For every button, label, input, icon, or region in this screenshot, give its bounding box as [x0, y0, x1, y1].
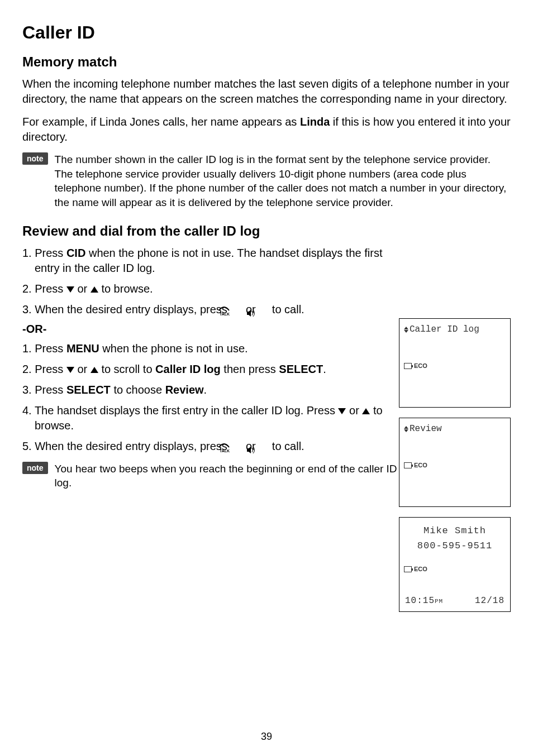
bold-select-2: SELECT	[66, 384, 111, 396]
lcd-ampm: PM	[435, 598, 443, 605]
up-arrow-icon	[91, 367, 98, 373]
alt-step-3: 3. Press SELECT to choose Review.	[22, 382, 402, 398]
page-number: 39	[0, 731, 533, 743]
svg-text:TALK: TALK	[220, 312, 230, 316]
alt-step-5: 5. When the desired entry displays, pres…	[22, 439, 402, 454]
lcd-time: 10:15PM	[405, 596, 443, 606]
text: then press	[221, 363, 279, 375]
bold-cid: CID	[66, 247, 85, 259]
note-block-1: note The number shown in the caller ID l…	[22, 152, 511, 210]
note-badge: note	[22, 462, 48, 474]
bold-select: SELECT	[279, 363, 323, 375]
text: to scroll to	[98, 363, 155, 375]
text: when the phone is not in use.	[99, 342, 248, 355]
speaker-icon	[259, 306, 269, 314]
battery-icon	[404, 363, 412, 369]
eco-label: ECO	[414, 362, 427, 369]
up-arrow-icon	[362, 408, 370, 414]
section-heading-review: Review and dial from the caller ID log	[22, 223, 511, 239]
lcd-date: 12/18	[475, 596, 505, 606]
text: to browse.	[98, 283, 153, 295]
section-heading-memory-match: Memory match	[22, 54, 511, 70]
text: or	[346, 404, 362, 417]
lcd-screen-1: Caller ID log ECO	[399, 318, 511, 408]
down-arrow-icon	[66, 367, 74, 373]
steps-list-1: 1. Press CID when the phone is not in us…	[22, 246, 402, 317]
text: .	[323, 363, 326, 375]
text: 3. Press	[22, 384, 66, 396]
alt-step-2: 2. Press or to scroll to Caller ID log t…	[22, 362, 402, 377]
updown-icon	[404, 327, 408, 333]
svg-marker-3	[247, 447, 251, 453]
eco-label: ECO	[414, 462, 427, 468]
alt-step-4: 4. The handset displays the first entry …	[22, 403, 402, 433]
text: to call.	[269, 303, 304, 315]
note-block-2: note You hear two beeps when you reach t…	[22, 462, 402, 490]
alt-step-1: 1. Press MENU when the phone is not in u…	[22, 341, 402, 356]
text: or	[74, 283, 91, 295]
paragraph-memory-match-2: For example, if Linda Jones calls, her n…	[22, 114, 511, 145]
talk-icon: TALK	[230, 442, 242, 452]
lcd-column: Caller ID log ECO Review ECO Mike Smith …	[399, 318, 511, 622]
text: 2. Press	[22, 283, 66, 295]
step-1: 1. Press CID when the phone is not in us…	[22, 246, 402, 276]
lcd-screen-3: Mike Smith 800-595-9511 ECO 10:15PM 12/1…	[399, 517, 511, 612]
speaker-icon	[259, 443, 269, 451]
text: to call.	[269, 440, 304, 452]
lcd-title-2: Review	[410, 424, 442, 434]
talk-icon: TALK	[230, 305, 242, 315]
text: or	[74, 363, 91, 375]
text: .	[204, 384, 207, 396]
lcd-title-1: Caller ID log	[410, 324, 479, 334]
lcd-caller-name: Mike Smith	[404, 525, 506, 536]
note-text-1: The number shown in the caller ID log is…	[55, 152, 511, 210]
text: when the phone is not in use. The handse…	[35, 247, 382, 274]
battery-icon	[404, 566, 412, 572]
bold-caller-id-log: Caller ID log	[155, 363, 221, 375]
bold-menu: MENU	[66, 342, 99, 355]
steps-list-2: 1. Press MENU when the phone is not in u…	[22, 341, 402, 454]
lcd-time-value: 10:15	[405, 596, 435, 606]
lcd-caller-number: 800-595-9511	[404, 540, 506, 551]
svg-marker-1	[247, 310, 251, 317]
page-title: Caller ID	[22, 22, 511, 43]
battery-icon	[404, 462, 412, 468]
eco-label: ECO	[414, 566, 427, 572]
text: 5. When the desired entry displays, pres…	[22, 440, 230, 452]
note-badge: note	[22, 152, 48, 165]
text: 4. The handset displays the first entry …	[22, 404, 338, 417]
svg-text:TALK: TALK	[220, 449, 230, 453]
step-3: 3. When the desired entry displays, pres…	[22, 302, 402, 317]
text: 3. When the desired entry displays, pres…	[22, 303, 230, 315]
note-text-2: You hear two beeps when you reach the be…	[55, 462, 402, 490]
text: For example, if Linda Jones calls, her n…	[22, 116, 300, 128]
bold-linda: Linda	[300, 116, 330, 128]
text: 1. Press	[22, 342, 66, 355]
text: to choose	[111, 384, 165, 396]
paragraph-memory-match-1: When the incoming telephone number match…	[22, 76, 511, 107]
text: 1. Press	[22, 247, 66, 259]
lcd-screen-2: Review ECO	[399, 418, 511, 507]
updown-icon	[404, 426, 408, 432]
bold-review: Review	[165, 384, 204, 396]
up-arrow-icon	[91, 286, 98, 293]
text: 2. Press	[22, 363, 66, 375]
down-arrow-icon	[338, 408, 346, 414]
step-2: 2. Press or to browse.	[22, 281, 402, 296]
or-divider: -OR-	[22, 323, 402, 336]
down-arrow-icon	[66, 286, 74, 293]
